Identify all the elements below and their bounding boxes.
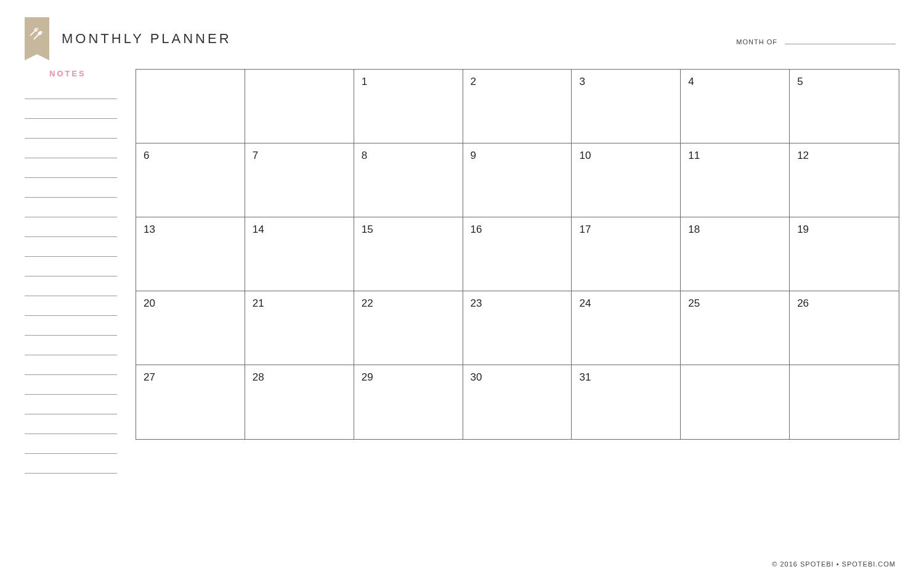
calendar-cell[interactable]: 1 (354, 70, 463, 143)
utensils-icon (30, 28, 44, 44)
note-line[interactable] (25, 131, 117, 139)
calendar-cell[interactable]: 15 (354, 217, 463, 291)
content: NOTES 1234567891011121314151617181920212… (25, 69, 899, 474)
note-lines (25, 92, 117, 474)
calendar-cell[interactable]: 14 (245, 217, 354, 291)
note-line[interactable] (25, 466, 117, 474)
calendar-cell[interactable] (136, 70, 245, 143)
calendar-cell[interactable]: 31 (572, 365, 681, 439)
note-line[interactable] (25, 309, 117, 316)
calendar-cell[interactable]: 11 (681, 143, 790, 217)
note-line[interactable] (25, 368, 117, 375)
note-line[interactable] (25, 111, 117, 119)
note-line[interactable] (25, 328, 117, 336)
calendar-cell[interactable] (681, 365, 790, 439)
header: MONTHLY PLANNER MONTH OF (25, 17, 899, 54)
calendar-cell[interactable]: 10 (572, 143, 681, 217)
calendar-cell[interactable]: 26 (790, 291, 899, 365)
ribbon-badge (25, 17, 49, 54)
page-title: MONTHLY PLANNER (62, 31, 232, 47)
header-left: MONTHLY PLANNER (25, 17, 232, 54)
notes-column: NOTES (25, 69, 117, 474)
calendar-cell[interactable]: 5 (790, 70, 899, 143)
planner-page: MONTHLY PLANNER MONTH OF NOTES 123456789… (0, 0, 924, 585)
note-line[interactable] (25, 92, 117, 99)
calendar-cell[interactable]: 17 (572, 217, 681, 291)
calendar-cell[interactable]: 12 (790, 143, 899, 217)
note-line[interactable] (25, 249, 117, 257)
calendar: 1234567891011121314151617181920212223242… (136, 69, 899, 474)
note-line[interactable] (25, 407, 117, 414)
calendar-cell[interactable]: 29 (354, 365, 463, 439)
calendar-cell[interactable]: 6 (136, 143, 245, 217)
calendar-cell[interactable]: 28 (245, 365, 354, 439)
month-of-input-line[interactable] (785, 36, 896, 44)
calendar-cell[interactable]: 21 (245, 291, 354, 365)
calendar-cell[interactable]: 27 (136, 365, 245, 439)
calendar-cell[interactable]: 2 (463, 70, 572, 143)
calendar-cell[interactable]: 8 (354, 143, 463, 217)
calendar-cell[interactable]: 24 (572, 291, 681, 365)
calendar-cell[interactable]: 23 (463, 291, 572, 365)
calendar-cell[interactable]: 30 (463, 365, 572, 439)
notes-heading: NOTES (49, 69, 117, 78)
calendar-cell[interactable]: 22 (354, 291, 463, 365)
calendar-cell[interactable]: 3 (572, 70, 681, 143)
note-line[interactable] (25, 269, 117, 276)
note-line[interactable] (25, 427, 117, 434)
note-line[interactable] (25, 348, 117, 355)
note-line[interactable] (25, 171, 117, 178)
note-line[interactable] (25, 151, 117, 158)
month-of-label: MONTH OF (736, 38, 777, 46)
calendar-cell[interactable]: 4 (681, 70, 790, 143)
calendar-cell[interactable]: 16 (463, 217, 572, 291)
note-line[interactable] (25, 387, 117, 395)
note-line[interactable] (25, 289, 117, 296)
calendar-cell[interactable]: 18 (681, 217, 790, 291)
note-line[interactable] (25, 210, 117, 217)
calendar-cell[interactable] (790, 365, 899, 439)
calendar-cell[interactable]: 13 (136, 217, 245, 291)
note-line[interactable] (25, 446, 117, 454)
calendar-cell[interactable] (245, 70, 354, 143)
calendar-cell[interactable]: 9 (463, 143, 572, 217)
calendar-cell[interactable]: 25 (681, 291, 790, 365)
month-of-field: MONTH OF (736, 36, 896, 46)
calendar-cell[interactable]: 7 (245, 143, 354, 217)
calendar-cell[interactable]: 20 (136, 291, 245, 365)
calendar-cell[interactable]: 19 (790, 217, 899, 291)
calendar-grid: 1234567891011121314151617181920212223242… (136, 69, 899, 440)
footer-text: © 2016 SPOTEBI • SPOTEBI.COM (772, 560, 896, 568)
note-line[interactable] (25, 230, 117, 237)
note-line[interactable] (25, 190, 117, 198)
